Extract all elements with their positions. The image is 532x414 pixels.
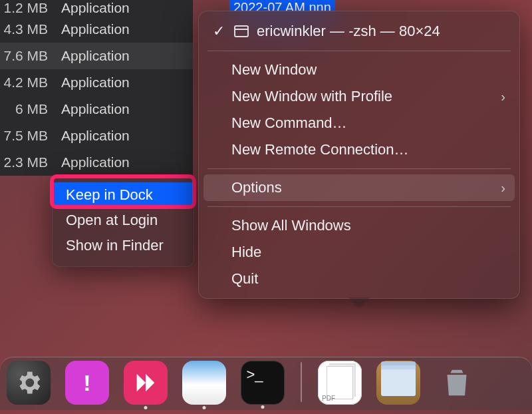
menu-pointer-icon xyxy=(348,298,370,307)
finder-row[interactable]: 4.2 MBApplication xyxy=(0,69,193,96)
dock-icon-all-my-files[interactable] xyxy=(376,361,420,405)
window-icon xyxy=(234,25,249,37)
file-size: 1.2 MB xyxy=(0,0,53,16)
menu-separator xyxy=(207,51,511,51)
menu-item-new-window[interactable]: New Window xyxy=(198,57,520,83)
finder-row[interactable]: 2.3 MBApplication xyxy=(0,149,193,176)
running-indicator-icon xyxy=(261,405,265,409)
menu-item-options[interactable]: Options› xyxy=(203,174,515,201)
dock-icon-preview[interactable] xyxy=(182,361,226,405)
menu-separator xyxy=(207,168,511,169)
file-kind: Application xyxy=(53,21,130,37)
finder-row[interactable]: 1.2 MBApplication xyxy=(0,0,193,16)
menu-item-new-command-[interactable]: New Command… xyxy=(198,110,520,136)
context-menu-header[interactable]: ✓ ericwinkler — -zsh — 80×24 xyxy=(198,17,520,45)
file-kind: Application xyxy=(53,48,130,64)
pdf-label: PDF xyxy=(322,395,335,402)
menu-item-label: Hide xyxy=(231,244,261,261)
exclamation-icon: ! xyxy=(83,370,90,396)
dock-icon-terminal[interactable]: >_ xyxy=(241,361,285,405)
menu-item-label: New Window xyxy=(231,61,317,79)
dock-icon-skitch[interactable] xyxy=(124,361,168,405)
file-kind: Application xyxy=(53,154,130,170)
running-indicator-icon xyxy=(203,406,206,409)
file-size: 7.6 MB xyxy=(0,48,53,64)
file-kind: Application xyxy=(53,75,130,91)
options-item-open-at-login[interactable]: Open at Login xyxy=(53,208,194,233)
chevron-right-icon: › xyxy=(501,180,505,196)
options-item-keep-in-dock[interactable]: Keep in Dock xyxy=(53,182,194,208)
menu-item-new-remote-connection-[interactable]: New Remote Connection… xyxy=(198,136,520,163)
file-size: 4.2 MB xyxy=(0,75,53,91)
menu-separator xyxy=(207,206,511,207)
dock-icon-system-settings[interactable] xyxy=(7,361,51,405)
dock: !>_PDF xyxy=(0,349,532,414)
dock-icon-pdf-document[interactable]: PDF xyxy=(318,361,362,405)
file-size: 6 MB xyxy=(0,101,53,117)
menu-item-new-window-with-profile[interactable]: New Window with Profile› xyxy=(198,83,520,110)
file-kind: Application xyxy=(53,0,130,16)
prompt-icon: >_ xyxy=(246,366,263,383)
finder-list: 1.2 MBApplication4.3 MBApplication7.6 MB… xyxy=(0,0,193,176)
running-indicator-icon xyxy=(144,406,148,409)
file-size: 2.3 MB xyxy=(0,154,53,170)
menu-item-label: New Command… xyxy=(231,114,347,132)
menu-item-label: New Window with Profile xyxy=(231,88,392,105)
finder-row[interactable]: 7.6 MBApplication xyxy=(0,43,193,69)
menu-item-show-all-windows[interactable]: Show All Windows xyxy=(198,212,520,239)
options-submenu: Keep in DockOpen at LoginShow in Finder xyxy=(52,176,194,267)
finder-row[interactable]: 6 MBApplication xyxy=(0,96,193,122)
dock-icon-trash[interactable] xyxy=(435,361,479,405)
options-item-show-in-finder[interactable]: Show in Finder xyxy=(53,233,194,258)
dock-context-menu: ✓ ericwinkler — -zsh — 80×24 New WindowN… xyxy=(198,11,520,299)
menu-item-label: Show All Windows xyxy=(231,217,351,234)
file-size: 4.3 MB xyxy=(0,21,53,37)
dock-separator xyxy=(301,362,302,402)
finder-row[interactable]: 4.3 MBApplication xyxy=(0,16,193,43)
menu-item-label: Quit xyxy=(231,270,258,288)
file-kind: Application xyxy=(53,128,130,144)
menu-item-label: New Remote Connection… xyxy=(231,141,409,158)
dock-icon-feedback-assistant[interactable]: ! xyxy=(65,361,109,405)
file-kind: Application xyxy=(53,101,130,117)
menu-item-quit[interactable]: Quit xyxy=(198,266,520,292)
menu-item-label: Options xyxy=(231,179,282,196)
file-size: 7.5 MB xyxy=(0,128,53,144)
context-menu-title: ericwinkler — -zsh — 80×24 xyxy=(257,23,440,40)
chevron-right-icon: › xyxy=(501,89,505,104)
checkmark-icon: ✓ xyxy=(213,23,226,40)
menu-item-hide[interactable]: Hide xyxy=(198,239,520,266)
finder-row[interactable]: 7.5 MBApplication xyxy=(0,122,193,149)
